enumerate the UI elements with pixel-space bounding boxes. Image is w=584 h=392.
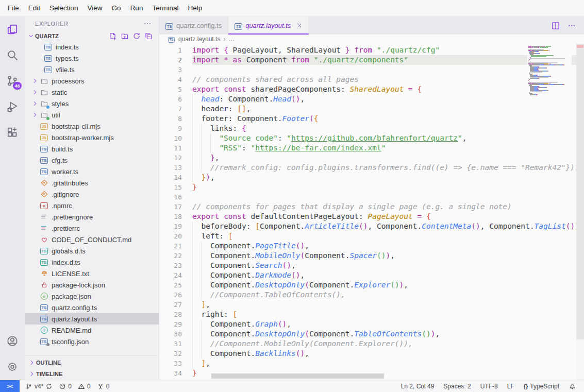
gutter[interactable] [182, 290, 192, 300]
tree-item-quartz.layout.ts[interactable]: TSquartz.layout.ts [25, 313, 159, 325]
code-line-17[interactable]: 17// components for pages that display a… [159, 202, 576, 212]
code-line-26[interactable]: 26 //Component.TableOfContents(), [159, 290, 576, 300]
code-line-19[interactable]: 19 beforeBody: [Component.ArticleTitle()… [159, 221, 576, 231]
code-line-4[interactable]: 4// components shared across all pages [159, 75, 576, 84]
close-icon[interactable] [296, 22, 303, 29]
code-line-9[interactable]: 9 links: { [159, 124, 576, 133]
tree-item-types.ts[interactable]: TStypes.ts [25, 53, 159, 64]
gutter[interactable] [182, 368, 192, 378]
gutter[interactable] [182, 231, 192, 241]
gutter[interactable] [182, 133, 192, 143]
vertical-scrollbar-slider[interactable] [576, 44, 584, 339]
activitybar-source-control[interactable]: 46 [0, 68, 25, 94]
tree-item-cfg.ts[interactable]: TScfg.ts [25, 155, 159, 166]
tree-item-bootstrap-worker.mjs[interactable]: JSbootstrap-worker.mjs [25, 132, 159, 143]
tree-item-tsconfig.json[interactable]: TStsconfig.json [25, 336, 159, 347]
gutter[interactable] [182, 280, 192, 290]
tree-item-.gitattributes[interactable]: .gitattributes [25, 177, 159, 189]
tree-item-LICENSE.txt[interactable]: LICENSE.txt [25, 268, 159, 279]
breadcrumb[interactable]: TSquartz.layout.ts›… [159, 35, 584, 44]
code-line-16[interactable]: 16 [159, 192, 576, 202]
tree-item-quartz.config.ts[interactable]: TSquartz.config.ts [25, 302, 159, 313]
status-indentation[interactable]: Spaces: 2 [441, 380, 473, 392]
gutter[interactable] [182, 329, 192, 339]
gutter[interactable] [182, 192, 192, 202]
tree-item-worker.ts[interactable]: TSworker.ts [25, 166, 159, 177]
code-line-22[interactable]: 22 Component.MobileOnly(Component.Spacer… [159, 251, 576, 261]
gutter[interactable] [182, 182, 192, 192]
new-file-icon[interactable] [109, 32, 117, 40]
gutter[interactable] [182, 104, 192, 114]
code-line-23[interactable]: 23 Component.Search(), [159, 261, 576, 270]
more-actions-icon[interactable] [143, 20, 152, 28]
gutter[interactable] [182, 55, 192, 65]
code-editor[interactable]: 1import { PageLayout, SharedLayout } fro… [159, 44, 584, 380]
status-notifications[interactable] [566, 380, 579, 392]
code-line-28[interactable]: 28 right: [ [159, 310, 576, 319]
tree-item-package.json[interactable]: npackage.json [25, 291, 159, 302]
section-header-timeline[interactable]: TIMELINE [25, 368, 159, 380]
status-branch[interactable]: v4* [23, 380, 55, 392]
gutter[interactable] [182, 251, 192, 261]
menu-item-run[interactable]: Run [126, 2, 148, 14]
gutter[interactable] [182, 270, 192, 280]
gutter[interactable] [182, 359, 192, 368]
tree-item-.npmrc[interactable]: n.npmrc [25, 200, 159, 211]
new-folder-icon[interactable] [121, 32, 129, 40]
gutter[interactable] [182, 124, 192, 133]
code-line-15[interactable]: 15} [159, 182, 576, 192]
gutter[interactable] [182, 94, 192, 104]
code-line-21[interactable]: 21 Component.PageTitle(), [159, 241, 576, 251]
tree-item-bootstrap-cli.mjs[interactable]: JSbootstrap-cli.mjs [25, 121, 159, 132]
refresh-icon[interactable] [132, 32, 141, 40]
code-line-14[interactable]: 14 }), [159, 173, 576, 182]
remote-indicator[interactable]: >< [0, 380, 20, 392]
gutter[interactable] [182, 84, 192, 94]
code-line-5[interactable]: 5export const sharedPageComponents: Shar… [159, 84, 576, 94]
menu-item-go[interactable]: Go [107, 2, 126, 14]
menu-item-file[interactable]: File [3, 2, 24, 14]
tree-item-.prettierignore[interactable]: .prettierignore [25, 211, 159, 223]
code-line-29[interactable]: 29 Component.Graph(), [159, 319, 576, 329]
code-line-6[interactable]: 6 head: Component.Head(), [159, 94, 576, 104]
menu-item-terminal[interactable]: Terminal [147, 2, 183, 14]
code-line-24[interactable]: 24 Component.Darkmode(), [159, 270, 576, 280]
activitybar-accounts[interactable] [0, 328, 25, 354]
gutter[interactable] [182, 261, 192, 270]
gutter[interactable] [182, 45, 192, 55]
status-eol[interactable]: LF [505, 380, 517, 392]
code-line-7[interactable]: 7 header: [], [159, 104, 576, 114]
status-warnings[interactable]: 0 [75, 380, 93, 392]
activitybar-run-and-debug[interactable] [0, 94, 25, 120]
tab-quartz.layout.ts[interactable]: TSquartz.layout.ts [228, 16, 309, 35]
gutter[interactable] [182, 143, 192, 153]
code-line-12[interactable]: 12 }, [159, 153, 576, 163]
split-editor-icon[interactable] [551, 21, 560, 30]
code-line-18[interactable]: 18export const defaultContentPageLayout:… [159, 212, 576, 221]
breadcrumb-file[interactable]: quartz.layout.ts [178, 36, 220, 43]
code-line-20[interactable]: 20 left: [ [159, 231, 576, 241]
gutter[interactable] [182, 339, 192, 349]
activitybar-settings[interactable] [0, 354, 25, 380]
vertical-scrollbar[interactable] [576, 44, 584, 380]
code-line-8[interactable]: 8 footer: Component.Footer({ [159, 114, 576, 124]
gutter[interactable] [182, 153, 192, 163]
code-line-11[interactable]: 11 "RSS": "https://be-far.com/index.xml" [159, 143, 576, 153]
status-language-mode[interactable]: {}TypeScript [521, 380, 562, 392]
code-line-1[interactable]: 1import { PageLayout, SharedLayout } fro… [159, 45, 576, 55]
tree-item-vfile.ts[interactable]: TSvfile.ts [25, 64, 159, 75]
minimap[interactable] [527, 45, 572, 96]
tree-item-build.ts[interactable]: TSbuild.ts [25, 143, 159, 155]
gutter[interactable] [182, 319, 192, 329]
status-cursor-position[interactable]: Ln 2, Col 49 [398, 380, 437, 392]
section-header-quartz[interactable]: QUARTZ [25, 31, 159, 41]
tree-item-index.d.ts[interactable]: TSindex.d.ts [25, 257, 159, 268]
gutter[interactable] [182, 114, 192, 124]
gutter[interactable] [182, 75, 192, 84]
status-ports[interactable]: 0 [94, 380, 112, 392]
code-line-2[interactable]: 2import * as Component from "./quartz/co… [159, 55, 576, 65]
tree-item-.gitignore[interactable]: .gitignore [25, 189, 159, 200]
tree-item-static[interactable]: static [25, 87, 159, 98]
code-line-27[interactable]: 27 ], [159, 300, 576, 310]
gutter[interactable] [182, 310, 192, 319]
